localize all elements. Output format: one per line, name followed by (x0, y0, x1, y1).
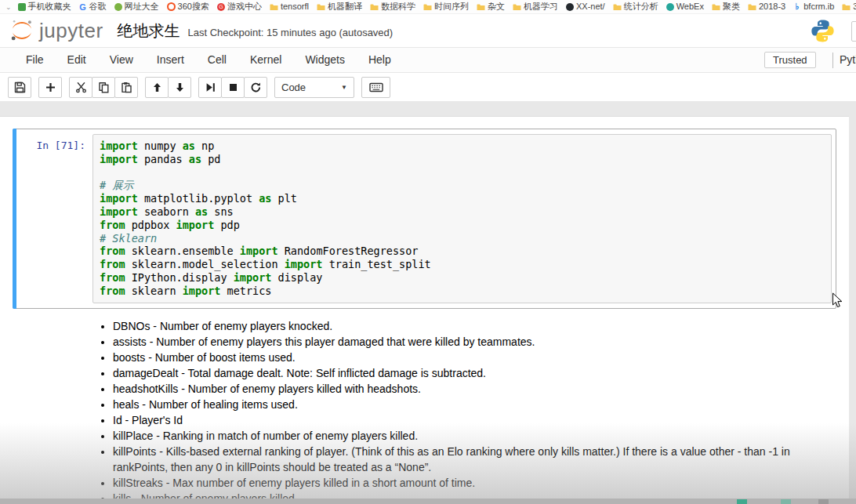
menu-edit[interactable]: Edit (56, 48, 98, 72)
bookmark-item[interactable]: 聚类 (708, 0, 744, 13)
copy-button[interactable] (92, 77, 115, 98)
run-icon (205, 82, 216, 93)
code-line: import seaborn as sns (100, 205, 825, 219)
run-button[interactable] (198, 77, 222, 98)
tray-square-icon (818, 499, 829, 504)
checkpoint-status: Last Checkpoint: 15 minutes ago (autosav… (188, 27, 394, 38)
folder-icon (423, 3, 432, 11)
toolbar-group (198, 77, 267, 98)
markdown-cell[interactable]: DBNOs - Number of enemy players knocked.… (13, 318, 836, 504)
field-description-item: Id - Player's Id (113, 412, 836, 428)
move-down-icon (174, 82, 186, 93)
menu-help[interactable]: Help (357, 48, 403, 72)
bookmark-label: 机器学习 (524, 0, 558, 13)
bookmark-label: WebEx (676, 0, 704, 13)
insert-cell-below-button[interactable] (38, 77, 62, 98)
code-line: from pdpbox import pdp (100, 219, 825, 232)
move-up-icon (151, 82, 163, 93)
chevron-down-icon[interactable]: ⌄ (3, 3, 14, 11)
code-cell-selected[interactable]: In [71]: import numpy as npimport pandas… (13, 129, 836, 309)
jupyter-logo-text: jupyter (39, 19, 103, 43)
bookmark-label: 数据科学 (381, 0, 415, 13)
bookmark-item[interactable]: 360搜索 (163, 0, 213, 13)
tray-square-icon (737, 499, 747, 504)
bookmark-item[interactable]: G游戏中心 (213, 0, 266, 13)
menu-kernel[interactable]: Kernel (238, 48, 293, 72)
celltype-value: Code (281, 82, 306, 93)
bookmark-label: 谷歌 (89, 0, 107, 13)
toolbar-group (38, 77, 62, 98)
globe-icon (114, 3, 122, 11)
python-logo-icon (810, 18, 836, 47)
interrupt-icon (227, 82, 239, 93)
code-line: # 展示 (100, 179, 825, 192)
code-line: from sklearn.ensemble import RandomFores… (100, 245, 825, 258)
jupyter-emblem-icon (9, 18, 34, 43)
code-line: # Sklearn (100, 232, 825, 245)
cut-icon (75, 82, 87, 93)
copy-icon (98, 82, 110, 93)
bookmark-item[interactable]: 机器学习 (509, 0, 562, 13)
bookmark-item[interactable]: 时间序列 (419, 0, 473, 13)
folder-icon (270, 3, 278, 11)
field-description-item: heals - Number of healing items used. (113, 397, 836, 412)
interrupt-button[interactable] (221, 77, 245, 98)
bookmark-item[interactable]: 杂文 (473, 0, 509, 13)
bookmark-label: 游戏中心 (227, 0, 262, 13)
menu-file[interactable]: File (14, 48, 56, 72)
restart-button[interactable] (244, 77, 267, 98)
bookmark-item[interactable]: 机器翻译 (313, 0, 366, 13)
cut-button[interactable] (69, 77, 92, 98)
jupyter-logo[interactable]: jupyter (9, 18, 103, 43)
bookmark-label: 3月-2 (853, 0, 856, 13)
bookmark-item[interactable]: 手机收藏夹 (14, 0, 75, 13)
bookmark-item[interactable]: 2018-3 (744, 0, 789, 13)
trusted-badge[interactable]: Trusted (764, 52, 816, 68)
bottom-edge-bar (0, 499, 856, 504)
bookmark-item[interactable]: ♭bfcrm.ib (789, 0, 838, 13)
bookmark-label: 统计分析 (624, 0, 658, 13)
logout-button[interactable] (851, 21, 856, 42)
save-icon (14, 82, 26, 93)
bookmark-label: 手机收藏夹 (28, 0, 71, 13)
chevron-down-icon: ▼ (341, 84, 347, 91)
paste-button[interactable] (114, 77, 138, 98)
bookmark-item[interactable]: XX-net/ (562, 0, 609, 13)
ring-icon (167, 2, 176, 11)
webex-icon (666, 3, 674, 11)
bookmark-item[interactable]: 网址大全 (111, 0, 163, 13)
menu-insert[interactable]: Insert (145, 48, 196, 72)
toolbar: Code▼ (0, 73, 856, 101)
notebook-header: jupyter 绝地求生 Last Checkpoint: 15 minutes… (0, 14, 856, 47)
code-editor[interactable]: import numpy as npimport pandas as pd # … (92, 134, 832, 303)
bookmark-label: 网址大全 (125, 0, 159, 13)
notebook-title[interactable]: 绝地求生 (118, 20, 180, 42)
celltype-dropdown[interactable]: Code▼ (274, 77, 354, 98)
bookmark-item[interactable]: tensorfl (266, 0, 313, 13)
bookmark-item[interactable]: 数据科学 (366, 0, 419, 13)
menubar: FileEditViewInsertCellKernelWidgetsHelp … (0, 47, 856, 73)
menu-widgets[interactable]: Widgets (293, 48, 357, 72)
bookmark-item[interactable]: 3月-2 (838, 0, 856, 13)
bookmark-label: 2018-3 (759, 0, 785, 13)
menu-view[interactable]: View (98, 48, 145, 72)
browser-window: ⌄ 手机收藏夹G谷歌网址大全360搜索G游戏中心tensorfl机器翻译数据科学… (0, 0, 856, 504)
move-down-button[interactable] (168, 77, 191, 98)
field-description-item: assists - Number of enemy players this p… (113, 334, 836, 350)
folder-icon (370, 3, 379, 11)
bookmark-label: 机器翻译 (328, 0, 362, 13)
move-up-button[interactable] (145, 77, 169, 98)
bookmark-label: XX-net/ (576, 0, 605, 13)
bookmark-item[interactable]: 统计分析 (609, 0, 662, 13)
bookmark-item[interactable]: G谷歌 (75, 0, 111, 13)
code-line: import numpy as np (100, 140, 825, 153)
keyboard-button[interactable] (361, 77, 390, 98)
folder-icon (748, 3, 756, 11)
menu-cell[interactable]: Cell (196, 48, 238, 72)
toolbar-group (69, 77, 138, 98)
insert-cell-below-icon (45, 82, 56, 93)
input-prompt: In [71]: (13, 134, 92, 303)
bookmark-item[interactable]: WebEx (662, 0, 708, 13)
kernel-divider (832, 53, 833, 68)
save-button[interactable] (8, 77, 31, 98)
